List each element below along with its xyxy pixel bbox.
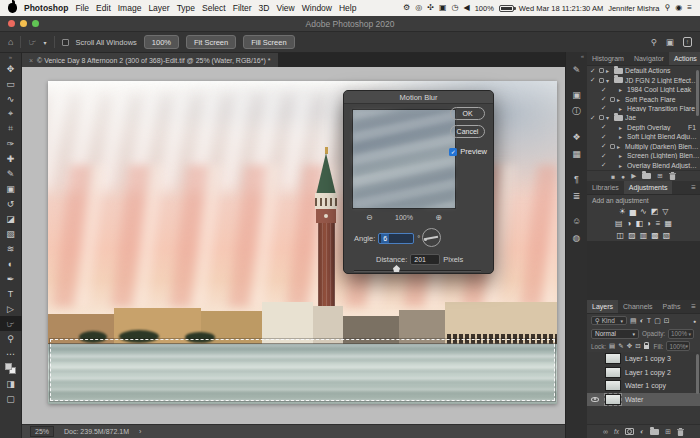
eraser-tool-icon[interactable]: ◪: [0, 211, 22, 226]
menu-filter[interactable]: Filter: [233, 3, 252, 13]
panel-menu-icon[interactable]: ≡: [687, 300, 700, 313]
color-balance-icon[interactable]: ◑: [627, 219, 632, 228]
cancel-button[interactable]: Cancel: [450, 125, 485, 138]
panel-menu-icon[interactable]: ≡: [687, 181, 700, 194]
layer-thumbnail[interactable]: [605, 394, 621, 405]
disclosure-icon[interactable]: ▸: [619, 86, 625, 93]
adjustment-filter-icon[interactable]: ◐: [640, 317, 644, 324]
layer-row-selected[interactable]: Water: [587, 393, 700, 407]
gradient-map-icon[interactable]: ▧: [663, 231, 671, 240]
visibility-toggle[interactable]: [589, 397, 601, 402]
new-layer-icon[interactable]: ⊞: [665, 428, 671, 436]
share-icon[interactable]: ↑: [683, 37, 692, 47]
tab-histogram[interactable]: Histogram: [587, 52, 629, 65]
move-tool-icon[interactable]: ✥: [0, 61, 22, 76]
action-check-icon[interactable]: ✓: [590, 76, 597, 84]
shape-filter-icon[interactable]: ▢: [654, 317, 661, 325]
blur-preview-thumbnail[interactable]: [352, 109, 456, 209]
clone-source-panel-icon[interactable]: ▣: [572, 86, 581, 103]
healing-brush-tool-icon[interactable]: ✚: [0, 151, 22, 166]
menu-layer[interactable]: Layer: [148, 3, 169, 13]
layer-thumbnail[interactable]: [605, 353, 621, 364]
gradient-tool-icon[interactable]: ▧: [0, 226, 22, 241]
ok-button[interactable]: OK: [450, 107, 485, 120]
zoom-tool-icon[interactable]: ⚲: [0, 331, 22, 346]
layer-row[interactable]: Layer 1 copy 3: [587, 352, 700, 366]
panel-collapse-icon[interactable]: «: [566, 52, 587, 61]
kind-filter-select[interactable]: ⚲Kind ▾: [591, 316, 627, 325]
marquee-tool-icon[interactable]: ▭: [0, 76, 22, 91]
tab-libraries[interactable]: Libraries: [587, 181, 624, 194]
menu-window[interactable]: Window: [302, 3, 332, 13]
delete-icon[interactable]: [669, 172, 676, 180]
layer-thumbnail[interactable]: [605, 367, 621, 378]
close-window-button[interactable]: [8, 20, 15, 27]
zoom-window-button[interactable]: [32, 20, 39, 27]
menu-extra-icon[interactable]: ▣: [439, 4, 447, 12]
distance-slider-track[interactable]: [354, 270, 481, 272]
action-check-icon[interactable]: ✓: [601, 86, 608, 94]
menu-edit[interactable]: Edit: [96, 3, 111, 13]
disclosure-icon[interactable]: ▸: [619, 133, 625, 140]
action-row[interactable]: ✓ ▸ Multiply (Darken) Blend A...: [587, 142, 700, 151]
play-icon[interactable]: ▶: [631, 172, 636, 180]
brush-tool-icon[interactable]: ✎: [0, 166, 22, 181]
screen-mode-icon[interactable]: ▢: [0, 391, 22, 406]
menu-extra-icon[interactable]: ◷: [452, 4, 459, 12]
disclosure-icon[interactable]: ▸: [619, 105, 625, 112]
lock-transparency-icon[interactable]: ▤: [609, 342, 615, 350]
angle-dial[interactable]: [422, 228, 441, 247]
menubar-clock[interactable]: Wed Mar 18 11:21:30 AM: [519, 4, 603, 13]
clone-stamp-tool-icon[interactable]: ▣: [0, 181, 22, 196]
action-row[interactable]: ✓ ▸ Overlay Blend Adjustment...: [587, 160, 700, 169]
menu-help[interactable]: Help: [339, 3, 356, 13]
volume-icon[interactable]: ◀: [464, 4, 470, 12]
status-menu-arrow[interactable]: ›: [139, 428, 141, 435]
add-layer-mask-icon[interactable]: [625, 428, 634, 435]
action-set-row[interactable]: ✓ ▾ JD FGN 2 Light Effects S...: [587, 75, 700, 84]
layer-effects-icon[interactable]: fx: [614, 428, 619, 435]
opacity-input[interactable]: 100% ▾: [668, 329, 694, 339]
action-check-icon[interactable]: ✓: [601, 152, 608, 160]
fill-screen-button[interactable]: Fill Screen: [243, 35, 294, 49]
action-row[interactable]: ✓ ▸ Soft Peach Flare: [587, 94, 700, 103]
brightness-contrast-icon[interactable]: ☀: [619, 207, 626, 216]
dialog-toggle-icon[interactable]: [599, 68, 604, 73]
action-check-icon[interactable]: ✓: [601, 104, 608, 112]
action-row[interactable]: ✓ ▸ Depth Overlay F1: [587, 123, 700, 132]
smart-object-filter-icon[interactable]: ⊡: [664, 317, 670, 325]
menu-3d[interactable]: 3D: [259, 3, 270, 13]
swatches-panel-icon[interactable]: ❖: [572, 128, 580, 145]
layers-scrollbar[interactable]: [696, 354, 699, 394]
invert-icon[interactable]: ◫: [617, 231, 625, 240]
zoom-100-button[interactable]: 100%: [144, 35, 179, 49]
character-styles-panel-icon[interactable]: ▦: [572, 145, 581, 162]
info-panel-icon[interactable]: ⓘ: [572, 103, 581, 120]
new-action-icon[interactable]: ⊞: [657, 172, 662, 180]
disclosure-icon[interactable]: ▸: [617, 96, 623, 103]
threshold-icon[interactable]: ▥: [640, 231, 648, 240]
tool-presets-panel-icon[interactable]: ≣: [573, 187, 581, 204]
action-check-icon[interactable]: ✓: [601, 142, 608, 150]
tab-layers[interactable]: Layers: [587, 300, 618, 313]
black-white-icon[interactable]: ◧: [635, 219, 643, 228]
type-tool-icon[interactable]: T: [0, 286, 22, 301]
distance-slider-thumb[interactable]: [393, 265, 400, 272]
history-brush-tool-icon[interactable]: ↺: [0, 196, 22, 211]
action-check-icon[interactable]: ✓: [601, 133, 608, 141]
dialog-title[interactable]: Motion Blur: [344, 91, 493, 104]
fill-input[interactable]: 100% ▾: [666, 341, 690, 351]
scroll-all-windows-checkbox[interactable]: [62, 39, 69, 46]
color-swatches[interactable]: [0, 361, 22, 376]
notification-center-icon[interactable]: ≡: [687, 4, 692, 12]
tab-navigator[interactable]: Navigator: [629, 52, 669, 65]
lock-artboard-icon[interactable]: ⊡: [635, 342, 640, 350]
disclosure-icon[interactable]: ▾: [606, 77, 612, 84]
lock-pixels-icon[interactable]: ✎: [618, 342, 623, 350]
action-check-icon[interactable]: ✓: [601, 95, 608, 103]
spotlight-icon[interactable]: ⚲: [664, 4, 670, 12]
photo-filter-icon[interactable]: ◗: [647, 219, 652, 228]
action-check-icon[interactable]: ✓: [601, 161, 608, 169]
search-icon[interactable]: ⚲: [650, 37, 656, 47]
foreground-color-swatch[interactable]: [5, 363, 12, 370]
